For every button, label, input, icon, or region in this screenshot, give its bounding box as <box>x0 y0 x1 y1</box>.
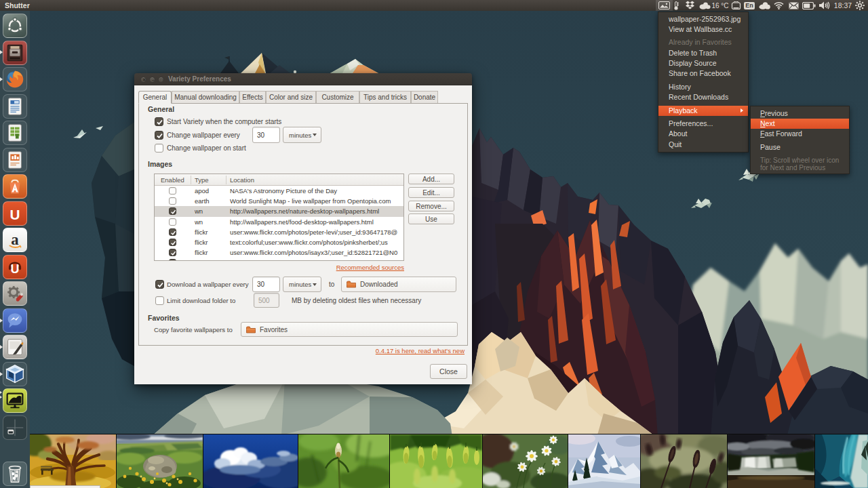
row-enabled-checkbox[interactable] <box>169 239 176 246</box>
mail-icon[interactable] <box>787 0 800 11</box>
column-location[interactable]: Location <box>230 174 254 186</box>
session-gear-icon[interactable] <box>853 0 867 11</box>
thumb-plant-macro[interactable] <box>298 434 389 488</box>
thumb-daisies[interactable] <box>483 434 568 488</box>
close-button[interactable]: Close <box>430 364 467 379</box>
table-row-earth[interactable]: earthWorld Sunlight Map - live wallpaper… <box>155 196 403 206</box>
minimize-window-button[interactable]: – <box>149 77 155 83</box>
label-change-on-start[interactable]: Change wallpaper on start <box>167 144 246 152</box>
table-row-flickr[interactable]: flickruser:www.flickr.com/photos/peter-l… <box>155 227 403 237</box>
ubuntuone-cloud-icon[interactable] <box>757 0 772 11</box>
edit-button[interactable]: Edit... <box>408 187 454 198</box>
image-sources-table[interactable]: Enabled Type Location apodNASA's Astrono… <box>154 174 404 261</box>
label-start-variety[interactable]: Start Variety when the computer starts <box>167 118 281 125</box>
add-button[interactable]: Add... <box>408 174 454 184</box>
menu-item-view-at-wallbase[interactable]: View at Wallbase.cc <box>658 24 748 35</box>
favorites-folder-button[interactable]: Favorites <box>241 322 458 337</box>
checkbox-download-wallpaper[interactable] <box>155 280 164 289</box>
wifi-icon[interactable] <box>772 0 785 11</box>
menu-item-recent-downloads[interactable]: Recent Downloads <box>658 92 748 102</box>
clipboard-icon[interactable] <box>729 0 743 11</box>
launcher-libreoffice-impress[interactable] <box>3 148 27 172</box>
clock-indicator[interactable]: 18:37 <box>833 0 853 11</box>
volume-icon[interactable] <box>817 0 832 11</box>
row-enabled-checkbox[interactable] <box>169 218 176 226</box>
thermometer-icon[interactable] <box>673 0 679 11</box>
tab-customize[interactable]: Customize <box>316 91 359 103</box>
thumb-iceberg[interactable] <box>815 434 868 488</box>
launcher-files[interactable] <box>3 41 27 65</box>
tab-general[interactable]: General <box>138 91 172 104</box>
launcher-workspace-switcher[interactable] <box>3 415 27 440</box>
checkbox-change-wallpaper[interactable] <box>155 131 163 140</box>
dropbox-icon[interactable] <box>683 0 696 11</box>
tab-manual-downloading[interactable]: Manual downloading <box>172 91 239 103</box>
table-header[interactable]: Enabled Type Location <box>155 174 403 186</box>
launcher-system-settings[interactable] <box>3 281 27 306</box>
table-row-flickr[interactable]: flickruser:www.flickr.com/photos/isayx3/… <box>155 247 403 258</box>
menu-item-playback[interactable]: Playback <box>658 106 748 116</box>
row-enabled-checkbox[interactable] <box>169 249 176 256</box>
label-limit-folder[interactable]: Limit download folder to <box>167 297 235 304</box>
launcher-software-center[interactable] <box>3 174 27 199</box>
submenu-item-fast-forward[interactable]: Fast Forward <box>751 129 849 139</box>
launcher-ubuntuone-music[interactable]: U <box>3 255 27 279</box>
column-enabled[interactable]: Enabled <box>161 174 184 186</box>
submenu-item-previous[interactable]: Previous <box>751 108 849 119</box>
download-folder-button[interactable]: Downloaded <box>341 277 456 292</box>
change-unit-combo[interactable]: minutes <box>283 127 321 143</box>
use-button[interactable]: Use <box>408 214 454 224</box>
menu-item-delete-to-trash[interactable]: Delete to Trash <box>658 48 748 58</box>
row-enabled-checkbox[interactable] <box>169 197 176 205</box>
row-enabled-checkbox[interactable] <box>169 228 176 236</box>
variety-indicator-icon[interactable] <box>656 0 673 11</box>
checkbox-change-on-start[interactable] <box>155 144 163 152</box>
maximize-window-button[interactable]: □ <box>158 77 164 83</box>
table-row-partial[interactable] <box>155 258 403 261</box>
menu-item-wallpaper-name[interactable]: wallpaper-2552963.jpg <box>658 14 748 24</box>
column-type[interactable]: Type <box>195 174 209 186</box>
thumb-snowy-mountain[interactable] <box>568 434 640 488</box>
launcher-trash[interactable] <box>3 462 27 486</box>
thumb-meadow-rock[interactable] <box>117 434 203 488</box>
weather-icon[interactable] <box>698 0 711 11</box>
checkbox-start-variety[interactable] <box>155 117 163 126</box>
thumb-autumn-tree[interactable] <box>30 434 116 488</box>
thumb-dark-reeds[interactable] <box>641 434 727 488</box>
launcher-firefox[interactable] <box>3 67 27 92</box>
thumb-pine-branches[interactable] <box>390 434 482 488</box>
launcher-libreoffice-calc[interactable] <box>3 121 27 145</box>
download-interval-entry[interactable]: 30 <box>252 277 280 292</box>
table-row-flickr[interactable]: flickrtext:colorful;user:www.flickr.com/… <box>155 237 403 247</box>
limit-size-entry[interactable]: 500 <box>254 293 279 308</box>
temperature-indicator[interactable]: 16 °C <box>711 0 729 11</box>
launcher-shutter[interactable] <box>3 335 27 359</box>
thumb-cloud-sky[interactable] <box>203 434 298 488</box>
submenu-item-pause[interactable]: Pause <box>751 142 849 152</box>
label-change-wallpaper[interactable]: Change wallpaper every <box>167 131 240 139</box>
remove-button[interactable]: Remove... <box>408 201 454 211</box>
launcher-messenger[interactable] <box>3 308 27 333</box>
table-row-wn[interactable]: wnhttp://wallpapers.net/food-desktop-wal… <box>155 217 403 227</box>
change-interval-entry[interactable]: 30 <box>252 127 280 143</box>
row-enabled-checkbox[interactable] <box>169 259 176 261</box>
launcher-dash-home[interactable] <box>3 14 27 38</box>
menu-item-history[interactable]: History <box>658 82 748 92</box>
launcher-variety[interactable] <box>3 388 27 413</box>
battery-icon[interactable] <box>801 0 817 11</box>
tab-tips-and-tricks[interactable]: Tips and tricks <box>359 91 411 103</box>
tab-donate[interactable]: Donate <box>411 91 438 103</box>
launcher-virtualbox[interactable] <box>3 362 27 386</box>
row-enabled-checkbox[interactable] <box>169 187 176 195</box>
dialog-titlebar[interactable]: ✕ – □ Variety Preferences <box>134 73 472 85</box>
launcher-libreoffice-writer[interactable] <box>3 94 27 119</box>
row-enabled-checkbox[interactable] <box>169 207 176 215</box>
menu-item-preferences[interactable]: Preferences... <box>658 119 748 129</box>
menu-item-quit[interactable]: Quit <box>658 140 748 150</box>
checkbox-limit-folder[interactable] <box>155 296 164 305</box>
menu-item-display-source[interactable]: Display Source <box>658 58 748 68</box>
table-row-apod[interactable]: apodNASA's Astronomy Picture of the Day <box>155 186 403 196</box>
keyboard-layout-indicator[interactable]: En <box>743 0 756 11</box>
label-download-wallpaper[interactable]: Download a wallpaper every <box>167 281 249 288</box>
download-unit-combo[interactable]: minutes <box>283 277 321 292</box>
